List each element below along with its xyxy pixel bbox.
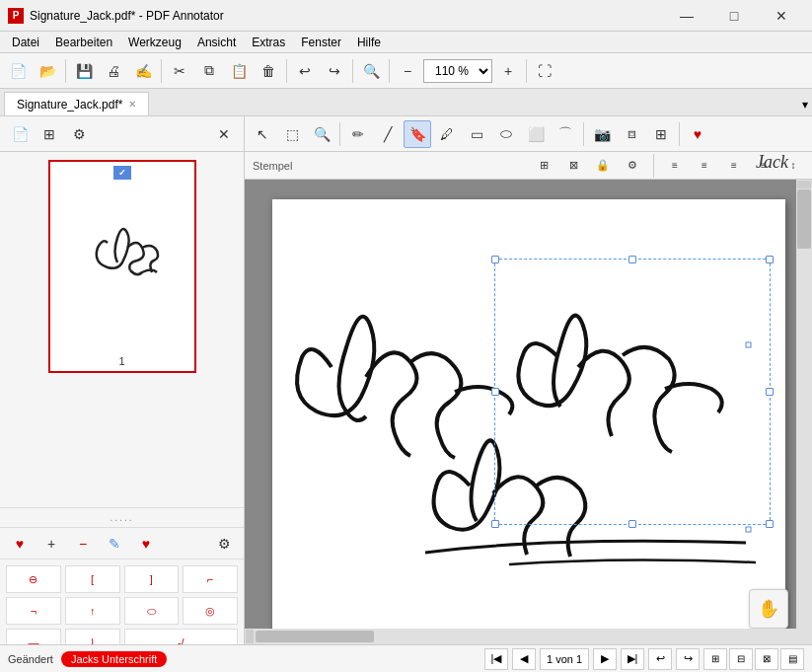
format-align-center[interactable]: ≡	[694, 155, 715, 177]
stamp-settings-btn[interactable]: ⚙	[210, 530, 238, 558]
zoom-out-button[interactable]: −	[394, 57, 421, 85]
title-bar: P Signature_Jack.pdf* - PDF Annotator — …	[0, 0, 812, 32]
lasso-tool[interactable]: ⌒	[552, 120, 579, 148]
float-hand-button[interactable]: ✋	[749, 589, 788, 629]
stamp-edit-btn[interactable]: ✎	[101, 530, 128, 558]
stamp-arrow[interactable]: ↑	[65, 597, 120, 625]
v-scroll-thumb[interactable]	[797, 189, 811, 249]
pdf-canvas[interactable]: ✋	[245, 180, 812, 672]
oval-tool[interactable]: ⬭	[492, 120, 520, 148]
format-icon-1[interactable]: ⊞	[533, 155, 554, 177]
status-changed-label: Geändert	[8, 653, 53, 665]
nav-back-btn[interactable]: ↩	[648, 648, 672, 670]
stamp-bracket-right[interactable]: ]	[124, 565, 180, 593]
vertical-scrollbar[interactable]	[796, 180, 812, 644]
page-thumbnail-1[interactable]: ✓ 1	[48, 160, 196, 373]
sidebar-settings-btn[interactable]: ⚙	[65, 120, 93, 148]
paste-button[interactable]: 📋	[225, 57, 253, 85]
menu-fenster[interactable]: Fenster	[293, 34, 349, 51]
undo-button[interactable]: ↩	[291, 57, 319, 85]
stamp-oval[interactable]: ⊖	[6, 565, 61, 593]
format-align-right[interactable]: ≡	[723, 155, 745, 177]
menu-bar: Datei Bearbeiten Werkzeug Ansicht Extras…	[0, 32, 812, 53]
tab-scroll-icon[interactable]: ▾	[798, 94, 812, 115]
select-tool[interactable]: ⬚	[278, 120, 306, 148]
rect-tool[interactable]: ▭	[463, 120, 490, 148]
menu-bearbeiten[interactable]: Bearbeiten	[47, 34, 120, 51]
format-settings-icon[interactable]: ⚙	[622, 155, 643, 177]
stamp-fav-btn[interactable]: ♥	[6, 530, 34, 558]
zoom-in-button[interactable]: +	[494, 57, 522, 85]
open-button[interactable]: 📂	[34, 57, 61, 85]
active-tab[interactable]: Signature_Jack.pdf* ✕	[4, 92, 149, 115]
fullscreen-button[interactable]: ⛶	[531, 57, 558, 85]
pencil-tool[interactable]: ✏	[344, 120, 372, 148]
panel-divider: .....	[0, 507, 244, 528]
save-button[interactable]: 💾	[70, 57, 98, 85]
stamp-heart-btn[interactable]: ♥	[132, 530, 160, 558]
window-controls: — □ ✕	[664, 0, 804, 32]
annot-sep-3	[679, 122, 680, 146]
menu-datei[interactable]: Datei	[4, 34, 47, 51]
stamp-bracket-left[interactable]: [	[65, 565, 120, 593]
line-tool[interactable]: ╱	[374, 120, 402, 148]
tab-close-icon[interactable]: ✕	[128, 99, 136, 110]
thumbnail-page-number: 1	[118, 355, 124, 367]
stamp-tool-active[interactable]: 🔖	[404, 120, 431, 148]
pen-tool[interactable]: 🖊	[433, 120, 461, 148]
nav-next-btn[interactable]: ▶	[593, 648, 617, 670]
heart-tool[interactable]: ♥	[684, 120, 711, 148]
menu-hilfe[interactable]: Hilfe	[349, 34, 389, 51]
nav-first-btn[interactable]: |◀	[484, 648, 508, 670]
annotate-button[interactable]: ✍	[129, 57, 157, 85]
print-button[interactable]: 🖨	[100, 57, 127, 85]
minimize-button[interactable]: —	[664, 0, 709, 32]
nav-fwd-btn[interactable]: ↪	[676, 648, 700, 670]
format-align-left[interactable]: ≡	[664, 155, 686, 177]
format-icon-2[interactable]: ⊠	[562, 155, 584, 177]
view-icon-3[interactable]: ⊠	[755, 648, 778, 670]
sidebar-view-btn[interactable]: ⊞	[36, 120, 63, 148]
zoom-select[interactable]: 110 %	[423, 59, 492, 83]
redo-button[interactable]: ↪	[321, 57, 348, 85]
stamp-corner-tr[interactable]: ¬	[6, 597, 61, 625]
toolbar-separator-2	[161, 59, 162, 83]
zoom-tool[interactable]: 🔍	[308, 120, 335, 148]
search-button[interactable]: 🔍	[357, 57, 385, 85]
eraser-tool[interactable]: ⬜	[522, 120, 550, 148]
close-button[interactable]: ✕	[759, 0, 804, 32]
crop-tool[interactable]: ⧈	[618, 120, 645, 148]
view-icon-2[interactable]: ⊟	[729, 648, 753, 670]
menu-werkzeug[interactable]: Werkzeug	[120, 34, 189, 51]
copy-button[interactable]: ⧉	[195, 57, 223, 85]
stamp-circle[interactable]: ◎	[183, 597, 238, 625]
thumbnail-content	[53, 184, 191, 351]
menu-extras[interactable]: Extras	[244, 34, 293, 51]
maximize-button[interactable]: □	[711, 0, 757, 32]
stamp-toolbar: ♥ + − ✎ ♥ ⚙	[0, 528, 244, 560]
pointer-tool[interactable]: ↖	[249, 120, 276, 148]
stamp-corner-tl[interactable]: ⌐	[183, 565, 238, 593]
delete-button[interactable]: 🗑	[255, 57, 282, 85]
main-pdf-area: ↖ ⬚ 🔍 ✏ ╱ 🔖 🖊 ▭ ⬭ ⬜ ⌒ 📷 ⧈ ⊞ ♥ Jack Stemp	[245, 116, 812, 672]
new-button[interactable]: 📄	[4, 57, 32, 85]
stamp-remove-btn[interactable]: −	[69, 530, 97, 558]
camera-tool[interactable]: 📷	[588, 120, 616, 148]
page-input[interactable]	[540, 648, 589, 670]
nav-last-btn[interactable]: ▶|	[621, 648, 644, 670]
stamp-oval2[interactable]: ⬭	[124, 597, 180, 625]
horizontal-scrollbar[interactable]	[245, 629, 796, 644]
nav-prev-btn[interactable]: ◀	[512, 648, 536, 670]
more-tools[interactable]: ⊞	[647, 120, 675, 148]
sidebar-close-btn[interactable]: ✕	[210, 120, 238, 148]
view-icon-1[interactable]: ⊞	[703, 648, 727, 670]
view-icon-4[interactable]: ▤	[780, 648, 804, 670]
cut-button[interactable]: ✂	[166, 57, 193, 85]
h-scroll-thumb[interactable]	[256, 631, 374, 642]
format-lock-icon[interactable]: 🔒	[592, 155, 614, 177]
h-scroll-btn-left[interactable]	[246, 630, 254, 643]
window-title: Signature_Jack.pdf* - PDF Annotator	[30, 9, 664, 23]
sidebar-new-btn[interactable]: 📄	[6, 120, 34, 148]
stamp-add-btn[interactable]: +	[37, 530, 65, 558]
menu-ansicht[interactable]: Ansicht	[189, 34, 244, 51]
